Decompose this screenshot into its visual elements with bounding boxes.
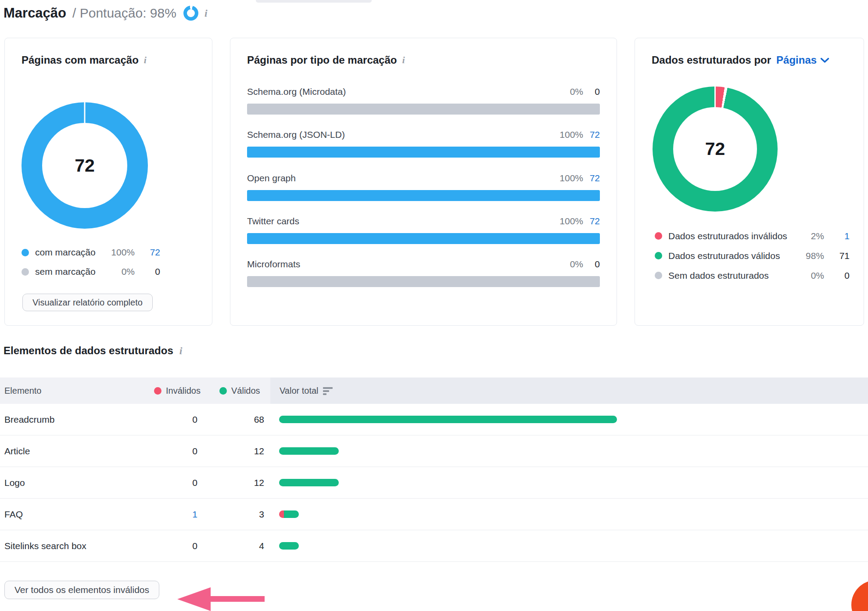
valid-bar-segment xyxy=(284,510,299,518)
column-header-element: Elemento xyxy=(4,377,42,404)
legend-dot-blue xyxy=(22,249,29,256)
sort-descending-icon xyxy=(323,387,334,395)
legend-item-none: Sem dados estruturados 0% 0 xyxy=(655,266,850,285)
markup-type-row-microdata: Schema.org (Microdata) 0% 0 xyxy=(247,86,600,115)
markup-type-row-microformats: Microformats 0% 0 xyxy=(247,259,600,287)
markup-type-percent: 100% xyxy=(560,129,583,140)
info-icon[interactable]: i xyxy=(204,8,208,18)
column-header-total-label: Valor total xyxy=(280,386,319,396)
markup-type-label: Twitter cards xyxy=(247,216,560,226)
table-row-sitelinks-search-box: Sitelinks search box 0 4 xyxy=(0,530,868,562)
valid-dot-icon xyxy=(219,387,227,395)
markup-type-row-jsonld: Schema.org (JSON-LD) 100% 72 xyxy=(247,129,600,158)
card-pages-with-markup: Páginas com marcação i 72 com marcação 1… xyxy=(4,38,212,326)
valid-count: 12 xyxy=(212,467,264,498)
markup-type-value-link[interactable]: 72 xyxy=(589,173,600,183)
value-bar xyxy=(279,416,617,423)
markup-type-value-link[interactable]: 72 xyxy=(589,129,600,140)
legend-percent: 2% xyxy=(791,231,824,241)
donut-total: 72 xyxy=(653,86,778,212)
page-title: Marcação xyxy=(4,5,66,21)
value-bar xyxy=(279,447,339,455)
view-all-invalid-elements-button[interactable]: Ver todos os elementos inválidos xyxy=(4,581,159,599)
donut-chart-structured-data: 72 xyxy=(653,86,778,212)
info-icon[interactable]: i xyxy=(144,55,147,65)
legend-label: com marcação xyxy=(35,247,101,258)
markup-type-label: Schema.org (JSON-LD) xyxy=(247,129,560,140)
valid-count: 3 xyxy=(212,499,264,530)
invalid-count: 0 xyxy=(145,404,197,435)
card-title: Páginas por tipo de marcação i xyxy=(247,54,405,66)
card-title-text: Páginas com marcação xyxy=(22,54,139,66)
legend-value-link[interactable]: 72 xyxy=(135,247,160,258)
markup-type-value: 0 xyxy=(589,86,600,97)
valid-bar-segment xyxy=(279,416,617,423)
legend-dot-red xyxy=(655,232,662,240)
table-row-faq: FAQ 1 3 xyxy=(0,499,868,530)
hint-arrow xyxy=(176,586,268,611)
table-row-breadcrumb: Breadcrumb 0 68 xyxy=(0,404,868,435)
info-icon[interactable]: i xyxy=(402,55,405,65)
info-icon[interactable]: i xyxy=(179,345,183,356)
legend-item-valid: Dados estruturados válidos 98% 71 xyxy=(655,246,850,266)
top-tooltip-remnant xyxy=(256,0,372,3)
valid-count: 12 xyxy=(212,435,264,467)
legend-value-link[interactable]: 1 xyxy=(824,231,850,241)
valid-bar-segment xyxy=(279,447,339,455)
sorted-column-background xyxy=(270,377,868,404)
value-bar xyxy=(279,510,299,518)
card-pages-by-markup-type: Páginas por tipo de marcação i Schema.or… xyxy=(230,38,617,326)
section-title-text: Elementos de dados estruturados xyxy=(4,345,173,357)
column-header-valid-label: Válidos xyxy=(231,386,260,396)
structured-data-elements-heading: Elementos de dados estruturados i xyxy=(4,345,182,357)
column-header-valor-total[interactable]: Valor total xyxy=(280,377,334,404)
legend-dot-green xyxy=(655,252,662,259)
donut-chart-pages-with-markup: 72 xyxy=(22,102,148,229)
legend-value: 71 xyxy=(824,251,850,261)
markup-type-bar xyxy=(247,190,600,201)
legend-label: Dados estruturados inválidos xyxy=(668,231,791,241)
markup-type-bar xyxy=(247,276,600,287)
pages-selector-dropdown[interactable]: Páginas xyxy=(776,54,829,66)
legend-percent: 100% xyxy=(101,247,135,258)
invalid-count-link[interactable]: 1 xyxy=(145,499,197,530)
legend-dot-gray xyxy=(655,272,662,279)
markup-type-row-twittercards: Twitter cards 100% 72 xyxy=(247,216,600,244)
elements-table: Breadcrumb 0 68 Article 0 12 Logo 0 12 F… xyxy=(0,404,868,562)
invalid-dot-icon xyxy=(154,387,161,395)
legend-item-com-marcacao: com marcação 100% 72 xyxy=(22,243,160,262)
table-row-article: Article 0 12 xyxy=(0,435,868,467)
markup-type-label: Open graph xyxy=(247,173,560,183)
view-full-report-button[interactable]: Visualizar relatório completo xyxy=(22,294,153,311)
table-header: Elemento Inválidos Válidos Valor total xyxy=(0,377,868,404)
markup-type-percent: 100% xyxy=(560,173,583,183)
card-title: Páginas com marcação i xyxy=(22,54,147,66)
markup-type-bar xyxy=(247,233,600,244)
column-header-invalid-label: Inválidos xyxy=(166,386,201,396)
element-name: Article xyxy=(4,435,30,467)
help-button[interactable]: ? xyxy=(851,580,868,611)
valid-count: 4 xyxy=(212,530,264,561)
legend: com marcação 100% 72 sem marcação 0% 0 xyxy=(22,243,160,281)
chevron-down-icon xyxy=(820,58,829,63)
markup-type-label: Microformats xyxy=(247,259,570,270)
page-header: Marcação / Pontuação: 98% i xyxy=(4,5,208,21)
value-bar xyxy=(279,542,299,550)
legend-label: Sem dados estruturados xyxy=(668,270,791,281)
markup-type-percent: 0% xyxy=(570,259,583,270)
legend-percent: 98% xyxy=(791,251,824,261)
element-name: Sitelinks search box xyxy=(4,530,86,561)
card-title-text: Páginas por tipo de marcação xyxy=(247,54,397,66)
donut-total: 72 xyxy=(22,102,148,229)
legend-percent: 0% xyxy=(791,270,824,281)
markup-type-value-link[interactable]: 72 xyxy=(589,216,600,226)
page-score: / Pontuação: 98% xyxy=(72,6,176,21)
column-header-invalid: Inválidos xyxy=(154,377,201,404)
element-name: FAQ xyxy=(4,499,23,530)
card-structured-data-by-pages: Dados estruturados por Páginas 72 Dados … xyxy=(635,38,864,326)
markup-type-percent: 100% xyxy=(560,216,583,226)
legend-item-sem-marcacao: sem marcação 0% 0 xyxy=(22,262,160,281)
legend: Dados estruturados inválidos 2% 1 Dados … xyxy=(655,226,850,285)
invalid-count: 0 xyxy=(145,467,197,498)
markup-type-label: Schema.org (Microdata) xyxy=(247,86,570,97)
